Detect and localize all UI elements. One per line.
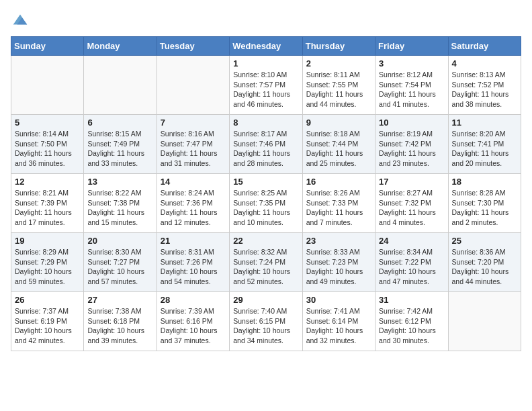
day-number: 20	[87, 236, 152, 246]
day-number: 6	[87, 118, 152, 128]
day-number: 16	[306, 177, 371, 187]
day-info: Sunrise: 8:30 AM Sunset: 7:27 PM Dayligh…	[87, 247, 152, 287]
calendar-cell	[84, 56, 157, 115]
calendar-cell: 21Sunrise: 8:31 AM Sunset: 7:26 PM Dayli…	[157, 233, 229, 292]
day-info: Sunrise: 8:29 AM Sunset: 7:29 PM Dayligh…	[15, 247, 80, 287]
day-number: 25	[452, 236, 517, 246]
day-number: 13	[87, 177, 152, 187]
calendar-cell: 20Sunrise: 8:30 AM Sunset: 7:27 PM Dayli…	[84, 233, 157, 292]
calendar-cell: 12Sunrise: 8:21 AM Sunset: 7:39 PM Dayli…	[11, 174, 84, 233]
calendar-cell: 2Sunrise: 8:11 AM Sunset: 7:55 PM Daylig…	[302, 56, 375, 115]
calendar-cell: 31Sunrise: 7:42 AM Sunset: 6:12 PM Dayli…	[375, 292, 448, 351]
calendar-cell: 3Sunrise: 8:12 AM Sunset: 7:54 PM Daylig…	[375, 56, 448, 115]
calendar-cell: 16Sunrise: 8:26 AM Sunset: 7:33 PM Dayli…	[302, 174, 375, 233]
day-info: Sunrise: 8:32 AM Sunset: 7:24 PM Dayligh…	[233, 247, 298, 287]
calendar-cell: 4Sunrise: 8:13 AM Sunset: 7:52 PM Daylig…	[448, 56, 521, 115]
calendar-week-row-5: 26Sunrise: 7:37 AM Sunset: 6:19 PM Dayli…	[11, 292, 521, 351]
day-info: Sunrise: 8:11 AM Sunset: 7:55 PM Dayligh…	[306, 70, 371, 109]
calendar-week-row-4: 19Sunrise: 8:29 AM Sunset: 7:29 PM Dayli…	[11, 233, 521, 292]
calendar-week-row-1: 1Sunrise: 8:10 AM Sunset: 7:57 PM Daylig…	[11, 56, 521, 115]
calendar-table: SundayMondayTuesdayWednesdayThursdayFrid…	[11, 36, 521, 351]
day-info: Sunrise: 8:17 AM Sunset: 7:46 PM Dayligh…	[233, 129, 298, 169]
day-info: Sunrise: 8:34 AM Sunset: 7:22 PM Dayligh…	[379, 247, 444, 287]
calendar-cell: 26Sunrise: 7:37 AM Sunset: 6:19 PM Dayli…	[11, 292, 84, 351]
day-info: Sunrise: 8:22 AM Sunset: 7:38 PM Dayligh…	[87, 188, 152, 228]
day-number: 18	[452, 177, 517, 187]
day-info: Sunrise: 8:27 AM Sunset: 7:32 PM Dayligh…	[379, 188, 444, 228]
day-number: 29	[233, 295, 298, 305]
calendar-cell: 10Sunrise: 8:19 AM Sunset: 7:42 PM Dayli…	[375, 115, 448, 174]
calendar-cell	[11, 56, 84, 115]
day-number: 8	[233, 118, 298, 128]
day-number: 5	[15, 118, 80, 128]
day-info: Sunrise: 7:37 AM Sunset: 6:19 PM Dayligh…	[15, 306, 80, 346]
calendar-header-wednesday: Wednesday	[230, 37, 302, 56]
day-number: 12	[15, 177, 80, 187]
day-number: 22	[233, 236, 298, 246]
day-info: Sunrise: 8:15 AM Sunset: 7:49 PM Dayligh…	[87, 129, 152, 169]
day-info: Sunrise: 8:19 AM Sunset: 7:42 PM Dayligh…	[379, 129, 444, 169]
calendar-header-saturday: Saturday	[448, 37, 521, 56]
day-number: 28	[161, 295, 226, 305]
day-number: 1	[233, 58, 298, 68]
calendar-cell: 28Sunrise: 7:39 AM Sunset: 6:16 PM Dayli…	[157, 292, 229, 351]
calendar-cell	[448, 292, 521, 351]
calendar-cell: 29Sunrise: 7:40 AM Sunset: 6:15 PM Dayli…	[230, 292, 302, 351]
day-number: 15	[233, 177, 298, 187]
day-number: 14	[161, 177, 226, 187]
day-number: 31	[379, 295, 444, 305]
calendar-cell	[157, 56, 229, 115]
day-number: 7	[161, 118, 226, 128]
day-info: Sunrise: 8:31 AM Sunset: 7:26 PM Dayligh…	[161, 247, 226, 287]
day-info: Sunrise: 8:14 AM Sunset: 7:50 PM Dayligh…	[15, 129, 80, 169]
day-info: Sunrise: 7:40 AM Sunset: 6:15 PM Dayligh…	[233, 306, 298, 346]
day-number: 26	[15, 295, 80, 305]
calendar-cell: 17Sunrise: 8:27 AM Sunset: 7:32 PM Dayli…	[375, 174, 448, 233]
day-number: 3	[379, 58, 444, 68]
day-number: 11	[452, 118, 517, 128]
day-info: Sunrise: 8:20 AM Sunset: 7:41 PM Dayligh…	[452, 129, 517, 169]
day-number: 24	[379, 236, 444, 246]
calendar-cell: 14Sunrise: 8:24 AM Sunset: 7:36 PM Dayli…	[157, 174, 229, 233]
calendar-cell: 27Sunrise: 7:38 AM Sunset: 6:18 PM Dayli…	[84, 292, 157, 351]
day-info: Sunrise: 8:26 AM Sunset: 7:33 PM Dayligh…	[306, 188, 371, 228]
day-number: 4	[452, 58, 517, 68]
day-number: 23	[306, 236, 371, 246]
calendar-header-sunday: Sunday	[11, 37, 84, 56]
day-info: Sunrise: 8:18 AM Sunset: 7:44 PM Dayligh…	[306, 129, 371, 169]
day-info: Sunrise: 7:41 AM Sunset: 6:14 PM Dayligh…	[306, 306, 371, 346]
calendar-header-monday: Monday	[84, 37, 157, 56]
day-info: Sunrise: 7:42 AM Sunset: 6:12 PM Dayligh…	[379, 306, 444, 346]
calendar-header-thursday: Thursday	[302, 37, 375, 56]
day-info: Sunrise: 8:13 AM Sunset: 7:52 PM Dayligh…	[452, 70, 517, 109]
day-number: 19	[15, 236, 80, 246]
logo-icon	[11, 11, 30, 30]
calendar-cell: 5Sunrise: 8:14 AM Sunset: 7:50 PM Daylig…	[11, 115, 84, 174]
calendar-cell: 9Sunrise: 8:18 AM Sunset: 7:44 PM Daylig…	[302, 115, 375, 174]
day-info: Sunrise: 8:25 AM Sunset: 7:35 PM Dayligh…	[233, 188, 298, 228]
logo	[11, 11, 32, 30]
calendar-cell: 6Sunrise: 8:15 AM Sunset: 7:49 PM Daylig…	[84, 115, 157, 174]
calendar-cell: 22Sunrise: 8:32 AM Sunset: 7:24 PM Dayli…	[230, 233, 302, 292]
calendar-cell: 8Sunrise: 8:17 AM Sunset: 7:46 PM Daylig…	[230, 115, 302, 174]
calendar-header-friday: Friday	[375, 37, 448, 56]
calendar-cell: 7Sunrise: 8:16 AM Sunset: 7:47 PM Daylig…	[157, 115, 229, 174]
day-info: Sunrise: 8:24 AM Sunset: 7:36 PM Dayligh…	[161, 188, 226, 228]
calendar-cell: 13Sunrise: 8:22 AM Sunset: 7:38 PM Dayli…	[84, 174, 157, 233]
calendar-cell: 30Sunrise: 7:41 AM Sunset: 6:14 PM Dayli…	[302, 292, 375, 351]
day-info: Sunrise: 8:28 AM Sunset: 7:30 PM Dayligh…	[452, 188, 517, 228]
day-info: Sunrise: 8:33 AM Sunset: 7:23 PM Dayligh…	[306, 247, 371, 287]
calendar-cell: 11Sunrise: 8:20 AM Sunset: 7:41 PM Dayli…	[448, 115, 521, 174]
calendar-cell: 23Sunrise: 8:33 AM Sunset: 7:23 PM Dayli…	[302, 233, 375, 292]
calendar-cell: 25Sunrise: 8:36 AM Sunset: 7:20 PM Dayli…	[448, 233, 521, 292]
calendar-header-row: SundayMondayTuesdayWednesdayThursdayFrid…	[11, 37, 521, 56]
day-info: Sunrise: 8:10 AM Sunset: 7:57 PM Dayligh…	[233, 70, 298, 109]
day-number: 17	[379, 177, 444, 187]
day-number: 27	[87, 295, 152, 305]
calendar-cell: 24Sunrise: 8:34 AM Sunset: 7:22 PM Dayli…	[375, 233, 448, 292]
day-info: Sunrise: 8:16 AM Sunset: 7:47 PM Dayligh…	[161, 129, 226, 169]
day-number: 10	[379, 118, 444, 128]
calendar-cell: 18Sunrise: 8:28 AM Sunset: 7:30 PM Dayli…	[448, 174, 521, 233]
calendar-cell: 15Sunrise: 8:25 AM Sunset: 7:35 PM Dayli…	[230, 174, 302, 233]
calendar-cell: 1Sunrise: 8:10 AM Sunset: 7:57 PM Daylig…	[230, 56, 302, 115]
